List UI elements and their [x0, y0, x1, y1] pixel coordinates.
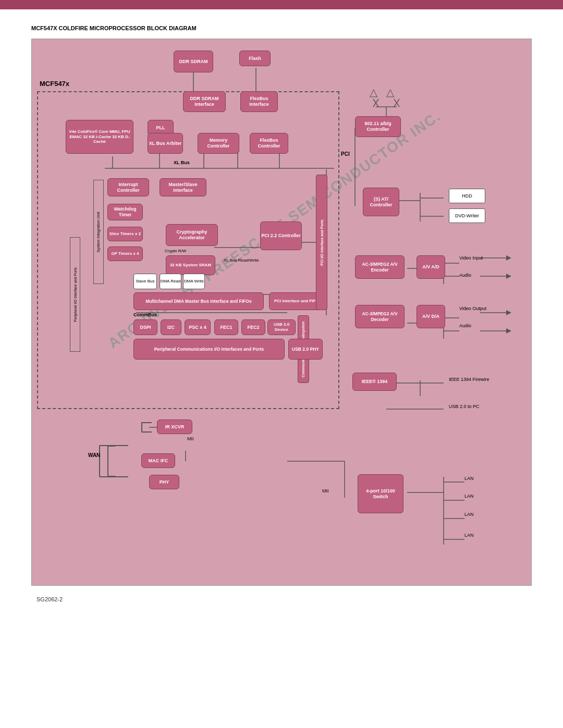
wifi-controller-block: 802.11 a/b/g Controller — [355, 116, 401, 137]
xl-bus-arbiter-block: XL Bus Arbiter — [148, 133, 183, 154]
ir-xcvr-block: IR XCVR — [157, 419, 192, 434]
page: MCF547X COLDFIRE MICROPROCESSOR BLOCK DI… — [0, 0, 563, 728]
cryptography-accelerator-block: Cryptography Accelerator — [166, 224, 218, 246]
svg-line-15 — [373, 99, 378, 107]
slice-timers-block: Slice Timers x 2 — [107, 227, 143, 241]
interrupt-controller-block: Interrupt Controller — [107, 178, 149, 196]
lan1-label: LAN — [464, 476, 474, 482]
psc-x4-block: PSC x 4 — [185, 319, 211, 335]
mii-bottom-label: MII — [322, 488, 329, 494]
mac-ifc-block: MAC IFC — [141, 453, 175, 468]
audio-output-label: Audio — [459, 323, 471, 329]
diagram-title: MCF547X COLDFIRE MICROPROCESSOR BLOCK DI… — [31, 25, 532, 31]
fec1-block: FEC1 — [214, 319, 238, 335]
dspi-block: DSPI — [133, 319, 157, 335]
usb-pc-label: USB 2.0 to PC — [449, 404, 480, 410]
xl-bus-rw-label: XL Bus Read/Write — [224, 258, 259, 263]
audio-input-label: Audio — [459, 273, 471, 278]
ddr-sdram-interface-block: DDR SDRAM Interface — [183, 91, 226, 112]
ieee-firewire-label: IEEE 1394 Firewire — [449, 377, 489, 382]
svg-line-17 — [394, 99, 399, 107]
switch-4port-block: 4-port 10/100 Switch — [358, 474, 403, 513]
master-slave-interface-block: Master/Slave Interface — [160, 178, 206, 196]
antenna-left: △ — [370, 86, 377, 98]
slave-bus-block: Slave Bus — [133, 274, 157, 289]
pci-io-ports-vertical: PCI I/O Interface and Ports — [316, 175, 327, 310]
system-integration-unit: System Integration Unit — [93, 180, 104, 284]
gp-timers-block: GP Timers x 4 — [107, 246, 143, 261]
dvd-writer-block: DVD-Writer — [449, 208, 485, 223]
32kb-sram-block: 32 KB System SRAM — [166, 255, 215, 275]
ieee1394-block: IEEE® 1394 — [352, 373, 397, 391]
ddr-sdram-block: DDR SDRAM — [174, 51, 213, 72]
svg-marker-43 — [506, 310, 511, 315]
dma-read-block: DMA Read — [160, 274, 181, 289]
sat-controller-block: (S) AT/ Controller — [363, 188, 399, 216]
lan2-label: LAN — [464, 493, 474, 499]
memory-controller-block: Memory Controller — [198, 133, 239, 154]
video-input-label: Video Input — [459, 255, 483, 261]
ac-mpeg2-decoder-block: AC-3/MPEG2 A/V Decoder — [355, 305, 405, 328]
av-da-block: A/V D/A — [417, 305, 445, 328]
content-area: MCF547X COLDFIRE MICROPROCESSOR BLOCK DI… — [0, 9, 563, 618]
lan3-label: LAN — [464, 512, 474, 517]
watchdog-timer-block: Watchdog Timer — [107, 204, 143, 220]
ir-xcvr-bracket — [141, 422, 152, 433]
usb-20-phy-block: USB 2.0 PHY — [288, 339, 323, 360]
svg-line-16 — [373, 99, 378, 107]
video-output-label: Video Output — [459, 306, 486, 312]
svg-marker-39 — [506, 255, 511, 261]
flash-block: Flash — [239, 51, 271, 66]
mcf-label: MCF547x — [40, 80, 69, 88]
mii-top-label: MII — [187, 436, 194, 442]
diagram-container: ARCHIVED BY FREESCALE SEMICONDUCTOR INC. — [31, 39, 532, 586]
fec2-block: FEC2 — [241, 319, 265, 335]
i2c-block: I2C — [161, 319, 181, 335]
multichannel-dma-block: Multichannel DMA Master Bus Interface an… — [133, 292, 264, 310]
svg-marker-45 — [506, 328, 511, 334]
pci-label: PCI — [341, 151, 350, 157]
wan-bracket — [107, 446, 115, 477]
usb-device-block: USB 2.0 Device — [267, 319, 296, 335]
svg-marker-41 — [506, 274, 511, 279]
xl-bus-label: XL Bus — [174, 160, 190, 166]
ac-mpeg2-encoder-block: AC-3/MPEG2 A/V Encoder — [355, 255, 405, 279]
dma-write-block: DMA Write — [183, 274, 205, 289]
v4e-core-block: V4e ColdFire® Core MMU, FPU EMAC 32 KB I… — [66, 120, 133, 154]
pci-22-controller-block: PCI 2.2 Controller — [260, 221, 302, 250]
peripheral-comm-block: Peripheral Communications I/O Interfaces… — [133, 339, 285, 360]
footer-text: SG2062-2 — [31, 596, 532, 602]
flexbus-interface-block: FlexBus Interface — [240, 91, 278, 112]
svg-line-18 — [394, 99, 399, 107]
wan-label: WAN — [88, 452, 100, 459]
crypto-rw-label: Crypto R/W — [165, 249, 186, 254]
flexbus-controller-block: FlexBus Controller — [250, 133, 288, 154]
lan4-label: LAN — [464, 533, 474, 538]
hdd-block: HDD — [449, 189, 485, 203]
top-bar — [0, 0, 563, 9]
av-ad-block: A/V A/D — [417, 255, 445, 279]
antenna-right: △ — [386, 86, 394, 98]
peripheral-io-label: Peripheral I/O Interface and Ports — [70, 237, 80, 352]
phy-block: PHY — [149, 475, 179, 489]
commbus-label: CommBus — [133, 312, 157, 318]
